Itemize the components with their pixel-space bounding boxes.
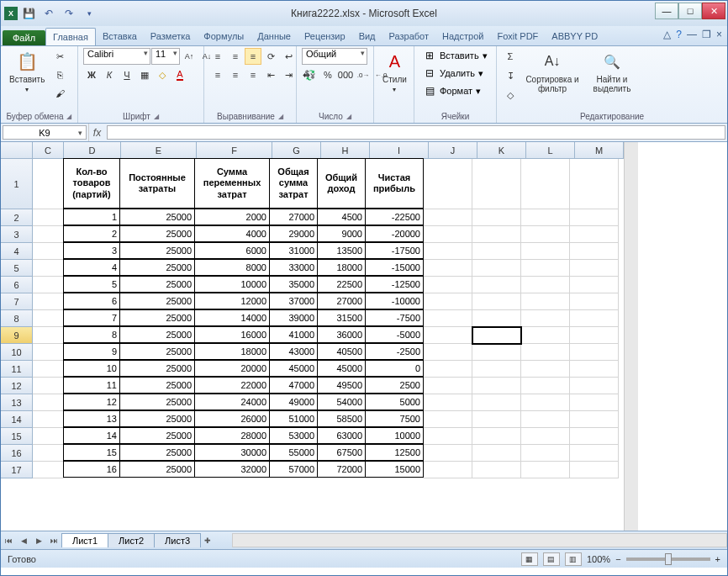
cell-K12[interactable] (472, 378, 521, 394)
cell-H3[interactable]: 9000 (317, 225, 366, 242)
cell-F1[interactable]: Сумма переменных затрат (194, 158, 270, 209)
cell-G5[interactable]: 33000 (269, 259, 318, 276)
cell-J16[interactable] (424, 445, 472, 462)
cell-H14[interactable]: 58500 (317, 410, 366, 427)
cell-H2[interactable]: 4500 (317, 209, 366, 225)
cell-D16[interactable]: 15 (63, 444, 120, 461)
cell-G9[interactable]: 41000 (269, 326, 318, 343)
row-header-4[interactable]: 4 (1, 243, 33, 260)
row-header-15[interactable]: 15 (1, 428, 33, 445)
cell-L9[interactable] (521, 327, 570, 344)
tab-nav-next-icon[interactable]: ▶ (31, 533, 46, 548)
cell-D1[interactable]: Кол-во товаров (партий) (63, 158, 120, 209)
cell-F3[interactable]: 4000 (194, 225, 270, 242)
name-box[interactable]: K9 (3, 125, 87, 140)
cell-H11[interactable]: 45000 (317, 360, 366, 377)
row-header-5[interactable]: 5 (1, 260, 33, 277)
cell-C9[interactable] (33, 327, 64, 344)
cell-K11[interactable] (472, 361, 521, 378)
cell-L17[interactable] (521, 462, 570, 478)
cell-K8[interactable] (472, 310, 521, 327)
cell-I8[interactable]: -7500 (365, 309, 424, 326)
cell-I1[interactable]: Чистая прибыль (365, 158, 424, 209)
font-dialog-icon[interactable]: ◢ (154, 113, 159, 120)
cell-L5[interactable] (521, 260, 570, 277)
cell-G6[interactable]: 35000 (269, 276, 318, 293)
cell-K9[interactable] (472, 327, 521, 344)
maximize-button[interactable]: □ (678, 3, 702, 19)
autosum-icon[interactable]: Σ (502, 48, 519, 65)
cell-L12[interactable] (521, 378, 570, 394)
cell-I6[interactable]: -12500 (365, 276, 424, 293)
cell-I17[interactable]: 15000 (365, 461, 424, 478)
cell-F14[interactable]: 26000 (194, 410, 270, 427)
cell-M9[interactable] (570, 327, 619, 344)
cell-J6[interactable] (424, 277, 472, 293)
cell-C16[interactable] (33, 445, 64, 462)
ribbon-tab-3[interactable]: Формулы (197, 28, 251, 45)
cell-G3[interactable]: 29000 (269, 225, 318, 242)
cell-C13[interactable] (33, 394, 64, 411)
col-header-D[interactable]: D (64, 142, 121, 159)
decrease-indent-icon[interactable]: ⇤ (262, 66, 279, 83)
ribbon-tab-10[interactable]: ABBYY PD (545, 28, 604, 45)
cell-C15[interactable] (33, 428, 64, 445)
cell-I2[interactable]: -22500 (365, 209, 424, 225)
cell-E15[interactable]: 25000 (119, 427, 195, 444)
insert-cells-button[interactable]: ⊞Вставить ▾ (419, 48, 491, 63)
cell-E7[interactable]: 25000 (119, 293, 195, 309)
cell-M2[interactable] (570, 209, 619, 226)
cell-D7[interactable]: 6 (63, 293, 120, 309)
fx-icon[interactable]: fx (88, 124, 105, 141)
cell-H12[interactable]: 49500 (317, 377, 366, 394)
col-header-M[interactable]: M (575, 142, 624, 159)
cell-J9[interactable] (424, 327, 472, 344)
ribbon-tab-9[interactable]: Foxit PDF (490, 28, 545, 45)
cell-L8[interactable] (521, 310, 570, 327)
increase-indent-icon[interactable]: ⇥ (280, 66, 297, 83)
cell-D4[interactable]: 3 (63, 242, 120, 259)
normal-view-icon[interactable]: ▦ (521, 552, 538, 566)
tab-nav-last-icon[interactable]: ⏭ (46, 533, 61, 548)
cell-L6[interactable] (521, 277, 570, 293)
row-header-6[interactable]: 6 (1, 277, 33, 293)
cell-D8[interactable]: 7 (63, 309, 120, 326)
cell-D10[interactable]: 9 (63, 343, 120, 360)
file-tab[interactable]: Файл (3, 30, 45, 45)
cell-J14[interactable] (424, 411, 472, 428)
cell-G15[interactable]: 53000 (269, 427, 318, 444)
cell-D12[interactable]: 11 (63, 377, 120, 394)
border-button[interactable]: ▦ (136, 66, 153, 83)
wrap-text-icon[interactable]: ↩ (280, 48, 297, 65)
minimize-button[interactable]: — (655, 3, 678, 19)
cell-F10[interactable]: 18000 (194, 343, 270, 360)
clear-icon[interactable]: ◇ (502, 87, 519, 103)
col-header-H[interactable]: H (321, 142, 370, 159)
col-header-F[interactable]: F (197, 142, 272, 159)
clipboard-dialog-icon[interactable]: ◢ (66, 113, 71, 120)
cut-icon[interactable]: ✂ (51, 48, 68, 65)
cell-E11[interactable]: 25000 (119, 360, 195, 377)
cell-E8[interactable]: 25000 (119, 309, 195, 326)
qat-undo-icon[interactable]: ↶ (40, 4, 58, 23)
cell-H10[interactable]: 40500 (317, 343, 366, 360)
cell-C4[interactable] (33, 243, 64, 260)
delete-cells-button[interactable]: ⊟Удалить ▾ (419, 66, 487, 81)
cell-K7[interactable] (472, 293, 521, 310)
cell-H6[interactable]: 22500 (317, 276, 366, 293)
cell-D9[interactable]: 8 (63, 326, 120, 343)
cell-G17[interactable]: 57000 (269, 461, 318, 478)
cell-K3[interactable] (472, 226, 521, 243)
cell-M13[interactable] (570, 394, 619, 411)
cell-G8[interactable]: 39000 (269, 309, 318, 326)
cell-M14[interactable] (570, 411, 619, 428)
cell-F5[interactable]: 8000 (194, 259, 270, 276)
cell-M7[interactable] (570, 293, 619, 310)
col-header-J[interactable]: J (429, 142, 477, 159)
underline-button[interactable]: Ч (119, 66, 135, 83)
font-size-select[interactable]: 11 (151, 48, 180, 65)
sort-filter-button[interactable]: A↓ Сортировка и фильтр (522, 48, 583, 95)
cell-H1[interactable]: Общий доход (317, 158, 366, 209)
cell-J11[interactable] (424, 361, 472, 378)
format-painter-icon[interactable]: 🖌 (51, 85, 68, 102)
